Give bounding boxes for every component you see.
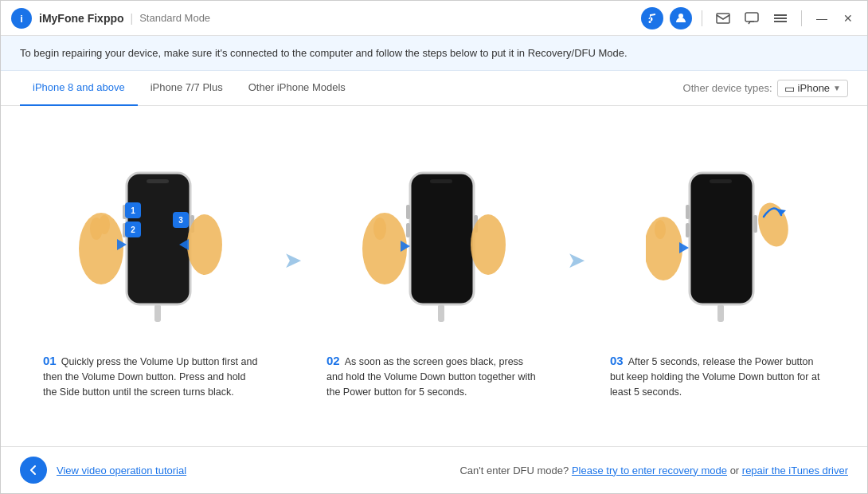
step-1-desc: 01Quickly press the Volume Up button fir…: [35, 352, 266, 400]
svg-point-22: [99, 215, 110, 234]
svg-rect-5: [774, 14, 787, 16]
step-1-svg: 1 2 3: [79, 153, 222, 352]
tab-iphone7[interactable]: iPhone 7/7 Plus: [138, 71, 236, 106]
step-arrow-2: ➤: [560, 247, 592, 273]
step-1-block: 1 2 3 01Quickly press the Vo: [25, 153, 276, 400]
svg-point-44: [753, 199, 789, 249]
itunes-driver-link[interactable]: repair the iTunes driver: [742, 465, 848, 476]
svg-marker-46: [679, 242, 689, 253]
app-name: iMyFone Fixppo: [39, 12, 124, 25]
step-2-text: As soon as the screen goes black, press …: [326, 356, 536, 398]
step-1-illustration: 1 2 3: [79, 153, 222, 352]
right-arrow-icon-1: ➤: [283, 247, 302, 273]
svg-rect-29: [406, 223, 410, 237]
step-3-desc: 03After 5 seconds, release the Power but…: [602, 352, 833, 400]
back-arrow-icon: [27, 464, 40, 476]
svg-rect-3: [717, 14, 729, 23]
svg-rect-8: [127, 173, 190, 304]
svg-point-43: [655, 220, 666, 239]
menu-icon-btn[interactable]: [769, 7, 792, 29]
back-button[interactable]: [20, 457, 47, 484]
svg-rect-40: [753, 215, 757, 233]
app-mode: Standard Mode: [139, 12, 210, 24]
step-3-svg: [646, 153, 789, 352]
device-name: iPhone: [798, 82, 830, 94]
music-icon-btn[interactable]: [641, 7, 663, 29]
titlebar-divider: [702, 10, 702, 26]
step-2-illustration: [362, 153, 506, 352]
svg-rect-7: [774, 21, 787, 22]
or-text: or: [730, 465, 740, 476]
step-2-num: 02: [326, 354, 340, 367]
svg-text:2: 2: [131, 225, 135, 234]
svg-rect-36: [690, 173, 753, 304]
right-arrow-icon-2: ➤: [567, 247, 585, 273]
step-3-illustration: [646, 153, 789, 352]
tabs-row: iPhone 8 and above iPhone 7/7 Plus Other…: [1, 71, 867, 106]
svg-rect-28: [406, 205, 410, 219]
tutorial-link[interactable]: View video operation tutorial: [57, 465, 186, 476]
svg-point-34: [471, 214, 506, 275]
close-btn[interactable]: ✕: [839, 9, 858, 28]
svg-rect-6: [774, 18, 787, 19]
title-separator: |: [131, 12, 134, 25]
footer: View video operation tutorial Can't ente…: [1, 446, 867, 493]
svg-rect-4: [745, 13, 758, 22]
device-icon: ▭: [784, 82, 795, 95]
svg-point-33: [373, 218, 386, 240]
step-2-svg: [362, 153, 506, 352]
instruction-text: To begin repairing your device, make sur…: [20, 47, 628, 59]
svg-rect-37: [710, 179, 732, 183]
svg-text:3: 3: [178, 216, 183, 225]
tab-iphone8-above[interactable]: iPhone 8 and above: [20, 71, 138, 106]
titlebar: i iMyFone Fixppo | Standard Mode — ✕: [1, 1, 867, 36]
svg-rect-41: [717, 304, 724, 322]
step-3-num: 03: [610, 354, 624, 367]
app-logo: i: [10, 7, 33, 29]
recovery-mode-link[interactable]: Please try to enter recovery mode: [572, 465, 727, 476]
step-3-block: 03After 5 seconds, release the Power but…: [592, 153, 843, 400]
device-dropdown[interactable]: ▭ iPhone ▼: [777, 80, 848, 97]
instruction-banner: To begin repairing your device, make sur…: [1, 36, 867, 71]
svg-rect-9: [147, 179, 169, 183]
svg-rect-13: [154, 304, 161, 322]
svg-rect-39: [686, 223, 690, 237]
user-avatar-btn[interactable]: [670, 7, 692, 29]
step-1-num: 01: [43, 354, 57, 367]
step-2-block: 02As soon as the screen goes black, pres…: [308, 153, 560, 400]
svg-rect-27: [430, 179, 452, 183]
dfu-question-text: Can't enter DFU mode?: [459, 465, 569, 476]
minimize-btn[interactable]: —: [811, 9, 832, 28]
tab-other-models[interactable]: Other iPhone Models: [236, 71, 358, 106]
svg-rect-38: [686, 205, 690, 219]
other-device-label: Other device types:: [683, 82, 772, 94]
svg-rect-26: [410, 173, 474, 304]
mail-icon-btn[interactable]: [712, 7, 734, 29]
svg-rect-31: [438, 304, 444, 322]
step-arrow-1: ➤: [276, 247, 308, 273]
step-1-text: Quickly press the Volume Up button first…: [43, 356, 257, 398]
step-2-desc: 02As soon as the screen goes black, pres…: [319, 352, 549, 400]
titlebar-divider2: [801, 10, 802, 26]
svg-text:i: i: [20, 13, 23, 25]
chat-icon-btn[interactable]: [741, 7, 763, 29]
main-content: 1 2 3 01Quickly press the Vo: [1, 106, 867, 446]
dropdown-arrow-icon: ▼: [833, 84, 841, 92]
other-device-selector[interactable]: Other device types: ▭ iPhone ▼: [683, 80, 848, 97]
steps-area: 1 2 3 01Quickly press the Vo: [1, 106, 867, 446]
titlebar-actions: — ✕: [641, 7, 858, 29]
footer-right: Can't enter DFU mode? Please try to ente…: [459, 465, 848, 476]
svg-point-23: [187, 214, 222, 275]
step-3-text: After 5 seconds, release the Power butto…: [610, 356, 819, 398]
svg-text:1: 1: [131, 206, 135, 215]
